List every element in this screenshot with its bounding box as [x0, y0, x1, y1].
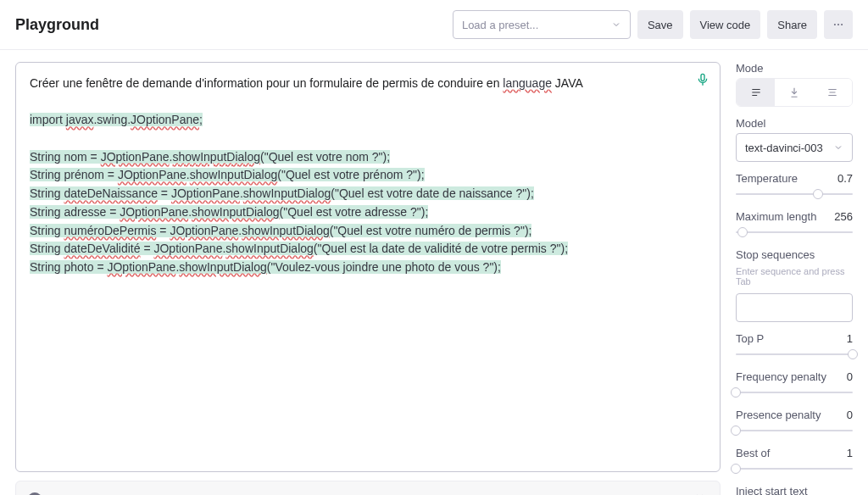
editor-line: String prénom = JOptionPane.showInputDia…	[30, 166, 706, 185]
top-p-slider[interactable]	[736, 348, 853, 360]
mode-edit[interactable]	[814, 79, 852, 106]
param-freq-penalty: Frequency penalty0	[736, 370, 853, 398]
pres-penalty-slider[interactable]	[736, 425, 853, 437]
stop-seq-hint: Enter sequence and press Tab	[736, 266, 853, 286]
info-icon: i	[28, 492, 42, 496]
mode-selector	[736, 78, 853, 107]
param-inject-start: Inject start text ✓	[736, 485, 853, 495]
editor-line	[30, 130, 706, 148]
stop-seq-input[interactable]	[736, 293, 853, 322]
editor-content: Créer une fenêtre de demande d'informati…	[30, 75, 706, 277]
ellipsis-icon	[832, 19, 844, 31]
param-best-of: Best of1	[736, 447, 853, 475]
model-value: text-davinci-003	[745, 142, 823, 154]
mode-insert[interactable]	[775, 79, 813, 106]
mode-label: Mode	[736, 62, 853, 75]
editor-line	[30, 93, 706, 112]
more-button[interactable]	[824, 10, 853, 39]
max-length-slider[interactable]	[736, 226, 853, 238]
svg-rect-3	[701, 74, 704, 81]
topbar: Playground Load a preset... Save View co…	[0, 0, 868, 50]
editor-line: String adresse = JOptionPane.showInputDi…	[30, 203, 706, 222]
temperature-slider[interactable]	[736, 188, 853, 200]
chevron-down-icon	[611, 19, 621, 30]
page-title: Playground	[15, 16, 99, 34]
preset-select[interactable]: Load a preset...	[453, 10, 631, 39]
preset-placeholder: Load a preset...	[462, 19, 538, 31]
best-of-slider[interactable]	[736, 463, 853, 475]
param-temperature: Temperature0.7	[736, 172, 853, 200]
svg-point-2	[841, 24, 843, 25]
svg-point-1	[837, 24, 839, 25]
param-pres-penalty: Presence penalty0	[736, 409, 853, 437]
model-label: Model	[736, 117, 853, 130]
param-stop-seq: Stop sequences Enter sequence and press …	[736, 248, 853, 322]
param-max-length: Maximum length256	[736, 210, 853, 238]
editor-line: String numéroDePermis = JOptionPane.show…	[30, 222, 706, 241]
editor-line: Créer une fenêtre de demande d'informati…	[30, 75, 706, 93]
chatgpt-banner: i Looking for ChatGPT? Try it now ×	[15, 481, 721, 495]
param-top-p: Top P1	[736, 332, 853, 360]
main-column: Créer une fenêtre de demande d'informati…	[15, 62, 721, 495]
editor-line: String photo = JOptionPane.showInputDial…	[30, 259, 706, 277]
save-button[interactable]: Save	[637, 10, 683, 39]
sidebar: Mode Model text-davinci-003 Temper	[736, 62, 853, 495]
editor-line: String nom = JOptionPane.showInputDialog…	[30, 148, 706, 167]
mic-icon[interactable]	[696, 73, 709, 86]
editor-line: import javax.swing.JOptionPane;	[30, 111, 706, 130]
model-select[interactable]: text-davinci-003	[736, 133, 853, 162]
editor-line: String dateDeNaissance = JOptionPane.sho…	[30, 185, 706, 203]
editor-line: String dateDeValidité = JOptionPane.show…	[30, 240, 706, 259]
close-icon[interactable]: ×	[692, 490, 708, 495]
mode-complete[interactable]	[737, 79, 775, 106]
share-button[interactable]: Share	[767, 10, 817, 39]
topbar-actions: Load a preset... Save View code Share	[453, 10, 853, 39]
freq-penalty-slider[interactable]	[736, 387, 853, 398]
prompt-editor[interactable]: Créer une fenêtre de demande d'informati…	[15, 62, 721, 472]
view-code-button[interactable]: View code	[690, 10, 761, 39]
main-layout: Créer une fenêtre de demande d'informati…	[0, 50, 868, 495]
svg-point-0	[834, 24, 836, 25]
